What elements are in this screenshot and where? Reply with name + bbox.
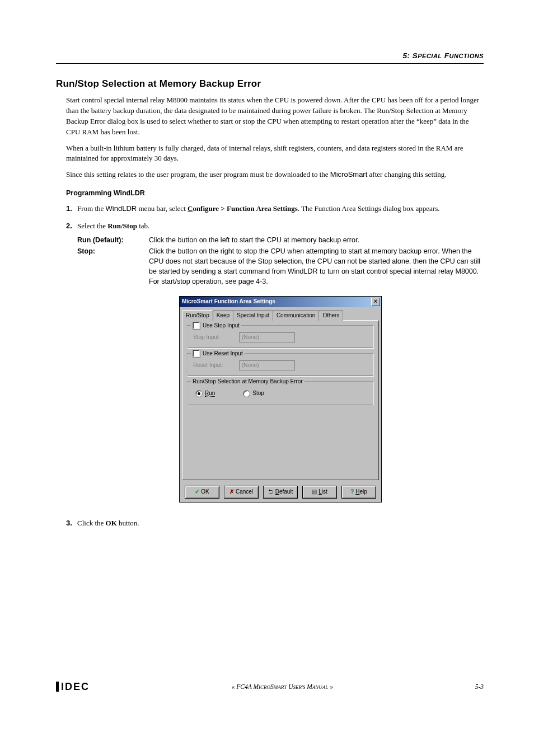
programming-heading: Programming WindLDR xyxy=(66,188,484,198)
tab-others[interactable]: Others xyxy=(318,310,343,321)
radio-stop[interactable] xyxy=(243,390,250,397)
close-icon[interactable]: × xyxy=(371,298,380,306)
default-button[interactable]: ⮌Default xyxy=(263,486,298,499)
list-button[interactable]: ▤List xyxy=(302,486,337,499)
tab-communication[interactable]: Communication xyxy=(273,310,319,321)
step-2: 2. Select the Run/Stop tab. Run (Default… xyxy=(66,221,484,502)
group-runstop-selection: Run/Stop Selection at Memory Backup Erro… xyxy=(187,381,374,405)
para-1: Start control special internal relay M80… xyxy=(66,95,484,137)
default-icon: ⮌ xyxy=(268,488,274,496)
group-use-reset: Use Reset Input Reset Input: (None) xyxy=(187,353,374,377)
use-stop-checkbox[interactable] xyxy=(193,322,200,330)
reset-input-field[interactable]: (None) xyxy=(239,360,295,370)
help-icon: ? xyxy=(350,488,354,496)
footer-center: « FC4A MICROSMART USER'S MANUAL » xyxy=(232,682,333,692)
tab-keep[interactable]: Keep xyxy=(213,310,233,321)
radio-run[interactable] xyxy=(195,390,203,397)
page-number: 5-3 xyxy=(475,682,484,692)
help-button[interactable]: ?Help xyxy=(341,486,376,499)
run-label: Run (Default): xyxy=(77,235,149,245)
radio-run-wrap[interactable]: Run xyxy=(195,389,215,398)
use-reset-checkbox[interactable] xyxy=(193,350,200,358)
header-rule xyxy=(56,63,484,64)
tab-runstop[interactable]: Run/Stop xyxy=(182,310,213,321)
run-desc: Click the button on the left to start th… xyxy=(149,235,359,245)
stop-input-label: Stop Input: xyxy=(193,334,232,342)
cancel-button[interactable]: ✗Cancel xyxy=(224,486,259,499)
step-3: 3. Click the OK button. xyxy=(66,518,484,529)
step-1: 1. From the WindLDR menu bar, select Con… xyxy=(66,204,484,214)
stop-desc: Click the button on the right to stop th… xyxy=(149,246,484,287)
tab-special-input[interactable]: Special Input xyxy=(233,310,273,321)
function-area-dialog: MicroSmart Function Area Settings × Run/… xyxy=(179,296,382,503)
list-icon: ▤ xyxy=(312,488,317,496)
reset-input-label: Reset Input: xyxy=(193,361,232,370)
group-use-stop: Use Stop Input Stop Input: (None) xyxy=(187,325,374,349)
dialog-title: MicroSmart Function Area Settings xyxy=(182,298,275,306)
chapter-title: SPECIAL FUNCTIONS xyxy=(413,51,484,60)
para-3: Since this setting relates to the user p… xyxy=(66,170,484,180)
stop-input-field[interactable]: (None) xyxy=(239,332,295,342)
dialog-tabs: Run/Stop Keep Special Input Communicatio… xyxy=(180,307,381,321)
chapter-number: 5: xyxy=(402,51,412,60)
stop-label: Stop: xyxy=(77,246,149,287)
check-icon: ✓ xyxy=(195,488,199,496)
section-title: Run/Stop Selection at Memory Backup Erro… xyxy=(56,77,484,91)
para-2: When a built-in lithium battery is fully… xyxy=(66,143,484,165)
logo: IDEC xyxy=(56,679,90,694)
ok-button[interactable]: ✓OK xyxy=(185,486,219,499)
logo-bar-icon xyxy=(56,682,59,692)
radio-stop-wrap[interactable]: Stop xyxy=(243,389,264,398)
x-icon: ✗ xyxy=(229,488,234,496)
